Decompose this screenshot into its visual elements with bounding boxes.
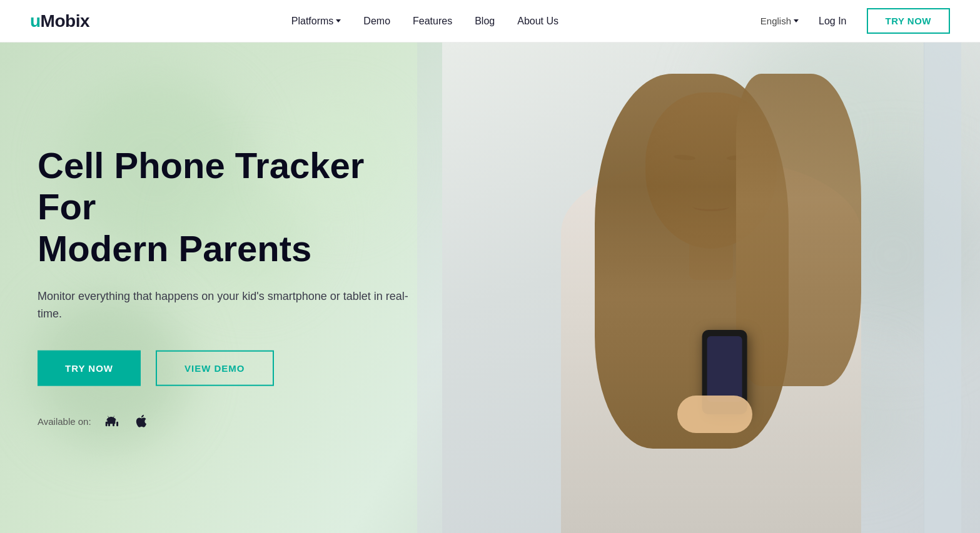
hero-buttons: TRY NOW VIEW DEMO [38,351,425,386]
hero-subtitle: Monitor everything that happens on your … [38,287,425,323]
navbar: uMobix Platforms Demo Features Blog [0,0,980,42]
nav-item-demo[interactable]: Demo [363,16,390,27]
platforms-link[interactable]: Platforms [291,16,341,27]
chevron-down-icon [336,19,341,22]
person-visual [442,42,980,533]
about-link[interactable]: About Us [517,16,558,26]
person-silhouette [442,42,980,533]
demo-link[interactable]: Demo [363,16,390,26]
try-now-hero-button[interactable]: TRY NOW [38,351,141,386]
view-demo-button[interactable]: VIEW DEMO [156,351,274,386]
hero-content: Cell Phone Tracker For Modern Parents Mo… [38,144,425,431]
nav-item-features[interactable]: Features [413,16,452,27]
nav-item-about[interactable]: About Us [517,16,558,27]
language-chevron-icon [794,19,799,22]
blog-link[interactable]: Blog [475,16,495,26]
android-icon [101,411,121,431]
logo-rest: Mobix [41,11,89,31]
nav-item-platforms[interactable]: Platforms [291,16,341,27]
available-on: Available on: [38,411,425,431]
phone-screen [707,336,742,402]
window-frame [924,42,961,533]
nav-item-blog[interactable]: Blog [475,16,495,27]
login-link[interactable]: Log In [819,16,846,27]
hair-right [736,74,861,386]
logo[interactable]: uMobix [30,11,89,31]
try-now-nav-button[interactable]: TRY NOW [867,8,951,34]
nav-links: Platforms Demo Features Blog About Us [291,16,558,27]
features-link[interactable]: Features [413,16,452,26]
hero-title: Cell Phone Tracker For Modern Parents [38,144,425,269]
apple-icon [131,411,151,431]
hands [677,396,752,433]
language-selector[interactable]: English [760,16,799,26]
platforms-label: Platforms [291,16,334,27]
language-label: English [760,16,791,26]
nav-right: English Log In TRY NOW [760,8,950,34]
logo-u: u [30,11,41,31]
available-on-label: Available on: [38,416,91,426]
hero-person-image [417,42,980,533]
hero-section: Cell Phone Tracker For Modern Parents Mo… [0,42,980,533]
